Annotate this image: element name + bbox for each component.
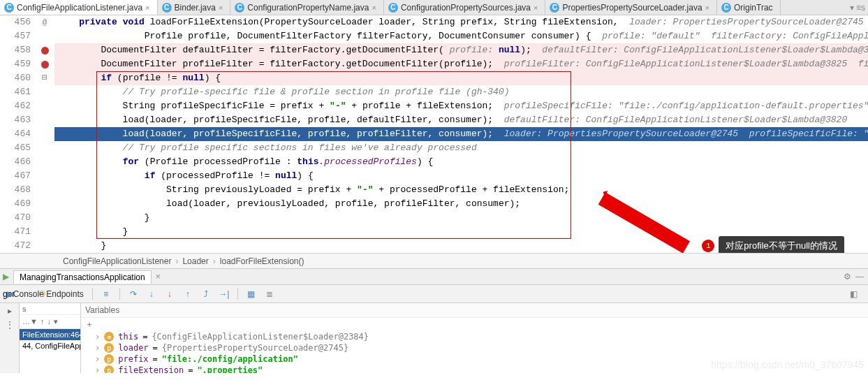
variables-header: Variables	[81, 303, 868, 318]
close-icon[interactable]: ×	[145, 3, 149, 12]
tab-label: Binder.java	[175, 3, 216, 13]
variables-panel[interactable]: Variables ＋ ›≡this = {ConfigFileApplicat…	[81, 303, 868, 373]
step-out-icon[interactable]: ↑	[180, 286, 196, 302]
close-icon[interactable]: ×	[534, 3, 538, 12]
breakpoint-icon[interactable]	[41, 61, 49, 68]
tab-label: ConfigurationPropertyName.java	[247, 3, 369, 13]
fold-icon[interactable]: ⊟	[42, 71, 47, 85]
tab-configfile[interactable]: CConfigFileApplicationListener.java×	[0, 0, 158, 15]
filter-icon[interactable]: ▾	[54, 317, 58, 326]
minimize-icon[interactable]: —	[855, 272, 864, 282]
expand-icon[interactable]: ›	[95, 365, 100, 373]
tab-ppsl[interactable]: CPropertiesPropertySourceLoader.java×	[545, 0, 717, 15]
tab-label: ConfigFileApplicationListener.java	[17, 3, 142, 13]
tab-label: OriginTrac	[734, 3, 773, 13]
drop-frame-icon[interactable]: ⤴	[198, 286, 214, 302]
debug-toolbar: ger ▶ Console ⚇ Endpoints ≡ ↷ ↓ ↓ ↑ ⤴ →|…	[0, 285, 868, 303]
stack-frame[interactable]: 44, ConfigFileApplic	[20, 340, 80, 351]
trace-icon[interactable]: ≣	[262, 286, 277, 302]
execution-point: load(loader, profileSpecificFile, profil…	[54, 127, 868, 141]
code-area[interactable]: private void loadForFileExtension(Proper…	[54, 15, 868, 253]
step-into-icon[interactable]: ↓	[144, 286, 159, 302]
java-class-icon: C	[4, 3, 14, 13]
stack-frame[interactable]: FileExtension:464,	[20, 329, 80, 340]
tab-label: ConfigurationPropertySources.java	[401, 3, 531, 13]
chevron-right-icon: ›	[213, 256, 216, 266]
close-icon[interactable]: ×	[156, 272, 161, 282]
breadcrumb-item[interactable]: Loader	[182, 256, 208, 266]
prev-frame-icon[interactable]: ↑	[41, 317, 45, 326]
debug-side-toolbar: ▸ ⋮	[0, 303, 20, 373]
more-icon[interactable]: ⋮	[6, 320, 14, 330]
tab-binder[interactable]: CBinder.java×	[158, 0, 231, 15]
java-class-icon: C	[162, 3, 172, 13]
param-icon: p	[104, 354, 114, 364]
line-number-gutter: 456457458459 460461462463 464465466467 4…	[0, 15, 35, 253]
callout-text: 对应profile不等于null的情况	[719, 236, 844, 253]
layout-icon[interactable]: ◧	[846, 286, 861, 302]
param-icon: p	[104, 365, 114, 373]
java-class-icon: C	[388, 3, 398, 13]
step-over-icon[interactable]: ↷	[126, 286, 141, 302]
next-frame-icon[interactable]: ↓	[47, 317, 51, 326]
run-to-cursor-icon[interactable]: →|	[216, 286, 232, 302]
java-class-icon: C	[550, 3, 559, 13]
param-icon: p	[104, 343, 114, 353]
expand-icon[interactable]: ›	[95, 332, 100, 342]
code-editor[interactable]: 456457458459 460461462463 464465466467 4…	[0, 15, 868, 253]
equals-icon: ≡	[104, 332, 114, 342]
breakpoint-icon[interactable]	[41, 47, 49, 54]
tab-origintrac[interactable]: COriginTrac	[717, 0, 781, 15]
gear-icon[interactable]: ⚙	[844, 272, 851, 282]
evaluate-icon[interactable]: ▦	[244, 286, 259, 302]
expand-icon[interactable]: ›	[95, 343, 100, 353]
force-step-into-icon[interactable]: ↓	[162, 286, 177, 302]
endpoints-tab[interactable]: ⚇ Endpoints	[36, 286, 86, 302]
gutter-marks[interactable]: @ ⊟	[35, 15, 54, 253]
tab-cps[interactable]: CConfigurationPropertySources.java×	[384, 0, 546, 15]
tab-cpn[interactable]: CConfigurationPropertyName.java×	[230, 0, 384, 15]
tab-label: PropertiesPropertySourceLoader.java	[562, 3, 702, 13]
breadcrumb[interactable]: ConfigFileApplicationListener› Loader› l…	[0, 253, 868, 268]
add-watch[interactable]: ＋	[81, 318, 868, 331]
console-tab[interactable]: ▶ Console	[17, 286, 33, 302]
java-class-icon: C	[721, 3, 731, 13]
chevron-right-icon: ›	[175, 256, 178, 266]
close-icon[interactable]: ×	[372, 3, 376, 12]
expand-icon[interactable]: ›	[95, 354, 100, 364]
tabs-overflow-icon[interactable]: ▾ ≡s	[847, 0, 868, 15]
frames-header: s	[20, 303, 80, 315]
close-icon[interactable]: ×	[219, 3, 223, 12]
run-config-label[interactable]: ManagingTransactionsApplication	[13, 270, 152, 284]
debug-tool-tab: ▶ ManagingTransactionsApplication × ⚙ —	[0, 268, 868, 285]
rerun-icon[interactable]: ▸	[8, 306, 12, 316]
annotation-callout: 1 对应profile不等于null的情况	[702, 239, 844, 253]
var-loader: ›ploader = {PropertiesPropertySourceLoad…	[81, 342, 868, 353]
var-fileextension: ›pfileExtension = ".properties"	[81, 365, 868, 373]
var-this: ›≡this = {ConfigFileApplicationListener$…	[81, 331, 868, 342]
thread-dropdown-icon[interactable]: …▼	[22, 317, 38, 326]
breadcrumb-item[interactable]: loadForFileExtension()	[220, 256, 304, 266]
close-icon[interactable]: ×	[705, 3, 709, 12]
editor-tabs: CConfigFileApplicationListener.java× CBi…	[0, 0, 868, 15]
override-icon: @	[43, 15, 47, 29]
show-execution-icon[interactable]: ≡	[98, 286, 114, 302]
run-config-icon: ▶	[3, 272, 9, 282]
java-class-icon: C	[235, 3, 244, 13]
debug-panel: ▸ ⋮ s …▼ ↑ ↓ ▾ FileExtension:464, 44, Co…	[0, 303, 868, 373]
callout-badge: 1	[702, 240, 714, 252]
breadcrumb-item[interactable]: ConfigFileApplicationListener	[63, 256, 171, 266]
var-prefix: ›pprefix = "file:./config/application"	[81, 353, 868, 365]
frames-panel[interactable]: s …▼ ↑ ↓ ▾ FileExtension:464, 44, Config…	[20, 303, 81, 373]
